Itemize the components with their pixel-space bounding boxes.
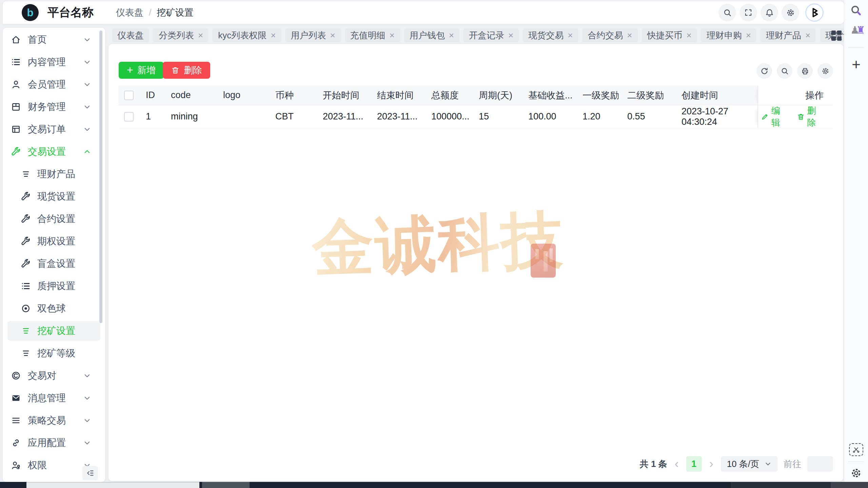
rail-search-button[interactable] <box>850 4 863 17</box>
sidebar-item-mining-levels[interactable]: 挖矿等级 <box>7 343 100 363</box>
row-checkbox[interactable] <box>124 112 134 121</box>
sidebar-item-content[interactable]: 内容管理 <box>7 52 100 72</box>
sidebar-item-finance[interactable]: 财务管理 <box>7 97 100 117</box>
delete-button[interactable]: 删除 <box>163 62 210 79</box>
cell-base-yield: 100.00 <box>526 105 580 128</box>
close-icon[interactable]: × <box>568 31 573 40</box>
header-checkbox[interactable] <box>124 91 134 100</box>
row-delete-link[interactable]: 删除 <box>797 105 824 129</box>
tab-recharge-details[interactable]: 充值明细× <box>345 29 400 42</box>
edit-link[interactable]: 编辑 <box>761 105 788 129</box>
sidebar-item-trade-settings[interactable]: 交易设置 <box>7 142 100 162</box>
sidebar-item-app-config[interactable]: 应用配置 <box>7 433 100 453</box>
collapse-menu-icon <box>86 469 95 477</box>
tab-dashboard[interactable]: 仪表盘 <box>112 29 149 42</box>
chevron-down-icon <box>83 58 91 66</box>
list-dots-icon <box>20 281 31 292</box>
mail-icon <box>11 393 21 403</box>
chess-pawn-icon: ♟ <box>850 25 856 35</box>
pencil-icon <box>761 113 769 121</box>
sidebar-item-contract-settings[interactable]: 合约设置 <box>7 209 100 229</box>
cell-created-time: 2023-10-27 04:30:24 <box>679 105 757 128</box>
horizontal-scrollbar-thumb[interactable] <box>202 482 250 488</box>
table-search-button[interactable] <box>777 63 792 79</box>
search-button[interactable] <box>718 4 736 21</box>
tab-user-wallet[interactable]: 用户钱包× <box>404 29 459 42</box>
rail-snip-button[interactable] <box>849 443 863 456</box>
bottom-bar <box>0 482 868 488</box>
close-icon[interactable]: × <box>390 31 395 40</box>
gear-icon <box>850 467 862 479</box>
rail-divider <box>848 48 864 48</box>
page-size-select[interactable]: 10 条/页 <box>721 456 777 472</box>
bottom-bar-segment <box>831 482 868 488</box>
content-list-icon <box>11 57 21 68</box>
search-icon <box>781 67 789 75</box>
tab-contract-trade[interactable]: 合约交易× <box>582 29 637 42</box>
cell-level1-reward: 1.20 <box>580 105 625 128</box>
sidebar-item-spot-settings[interactable]: 现货设置 <box>7 187 100 206</box>
rail-settings-button[interactable] <box>850 467 862 479</box>
close-icon[interactable]: × <box>508 31 513 40</box>
close-icon[interactable]: × <box>746 31 751 40</box>
sidebar-item-wealth-products[interactable]: 理财产品 <box>7 164 100 184</box>
sidebar-item-trading-pairs[interactable]: 交易对 <box>7 366 100 386</box>
sidebar-item-strategy-trading[interactable]: 策略交易 <box>7 411 100 430</box>
tab-wealth-products[interactable]: 理财产品× <box>761 29 816 42</box>
refresh-button[interactable] <box>756 63 772 79</box>
tab-spot-trade[interactable]: 现货交易× <box>523 29 578 42</box>
close-icon[interactable]: × <box>805 31 810 40</box>
close-icon[interactable]: × <box>271 31 276 40</box>
close-icon[interactable]: × <box>330 31 335 40</box>
goto-page-input[interactable] <box>807 456 833 472</box>
next-page-button[interactable]: › <box>708 458 715 470</box>
page-number-active[interactable]: 1 <box>686 456 702 472</box>
sidebar-item-double-color-ball[interactable]: 双色球 <box>7 299 100 318</box>
bell-icon <box>765 8 774 17</box>
breadcrumb-parent[interactable]: 仪表盘 <box>116 6 143 19</box>
fullscreen-button[interactable] <box>739 4 757 21</box>
print-button[interactable] <box>797 63 813 79</box>
tab-overflow-grid-icon[interactable] <box>831 31 842 41</box>
chevron-up-icon <box>83 148 91 155</box>
close-icon[interactable]: × <box>198 31 203 40</box>
tab-box-records[interactable]: 开盒记录× <box>463 29 519 42</box>
sidebar-item-pledge-settings[interactable]: 质押设置 <box>7 276 100 296</box>
sidebar-scrollbar[interactable] <box>99 31 102 323</box>
rail-chess-extension-button[interactable]: ♟♜ <box>850 25 862 35</box>
sidebar-item-blindbox-settings[interactable]: 盲盒设置 <box>7 254 100 274</box>
wrench-icon <box>20 191 31 202</box>
menu-lines-icon <box>11 415 21 426</box>
settings-button[interactable] <box>782 4 799 21</box>
tab-category-list[interactable]: 分类列表× <box>153 29 209 42</box>
tab-user-list[interactable]: 用户列表× <box>285 29 340 42</box>
close-icon[interactable]: × <box>449 31 454 40</box>
horizontal-scrollbar[interactable] <box>26 482 199 488</box>
breadcrumb-current: 挖矿设置 <box>157 6 194 19</box>
close-icon[interactable]: × <box>627 31 632 40</box>
column-created-time: 创建时间 <box>679 86 757 105</box>
avatar[interactable] <box>805 3 824 22</box>
sidebar-item-orders[interactable]: 交易订单 <box>7 119 100 139</box>
add-button[interactable]: + 新增 <box>119 62 164 79</box>
tab-kyc-list-perms[interactable]: kyc列表权限× <box>213 29 281 42</box>
sidebar-item-messages[interactable]: 消息管理 <box>7 388 100 408</box>
tab-quick-buy[interactable]: 快捷买币× <box>642 29 697 42</box>
wrench-icon <box>20 258 31 269</box>
sidebar-item-members[interactable]: 会员管理 <box>7 75 100 94</box>
sidebar-item-mining-settings[interactable]: 挖矿设置 <box>7 321 100 341</box>
chevron-down-icon <box>83 36 91 43</box>
notifications-button[interactable] <box>761 4 778 21</box>
column-base-yield: 基础收益... <box>526 86 580 105</box>
sidebar-collapse-button[interactable] <box>82 466 98 480</box>
close-icon[interactable]: × <box>687 31 692 40</box>
sidebar-item-home[interactable]: 首页 <box>7 30 100 50</box>
cell-period-days: 15 <box>476 105 526 128</box>
rail-add-button[interactable]: + <box>852 57 861 72</box>
pagination-total: 共 1 条 <box>640 458 667 470</box>
cell-total-quota: 100000... <box>429 105 476 128</box>
column-settings-button[interactable] <box>817 63 833 79</box>
sidebar-item-options-settings[interactable]: 期权设置 <box>7 231 100 251</box>
prev-page-button[interactable]: ‹ <box>673 458 680 470</box>
tab-wealth-subscribe[interactable]: 理财申购× <box>701 29 756 42</box>
